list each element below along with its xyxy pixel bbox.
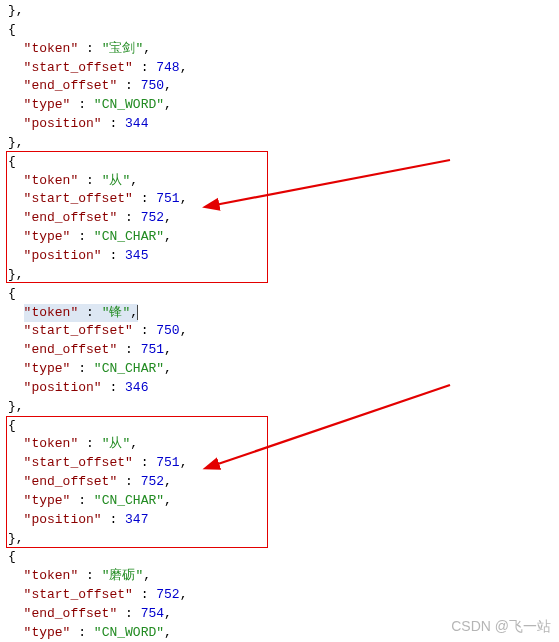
prop-type: "type" : "CN_CHAR", bbox=[8, 228, 559, 247]
prop-start: "start_offset" : 751, bbox=[8, 454, 559, 473]
prop-type: "type" : "CN_CHAR", bbox=[8, 360, 559, 379]
object-open: { bbox=[8, 417, 559, 436]
prop-start: "start_offset" : 748, bbox=[8, 59, 559, 78]
object-close: }, bbox=[8, 398, 559, 417]
object-open: { bbox=[8, 285, 559, 304]
prop-end: "end_offset" : 752, bbox=[8, 473, 559, 492]
prop-end: "end_offset" : 750, bbox=[8, 77, 559, 96]
object-close: }, bbox=[8, 134, 559, 153]
prop-start: "start_offset" : 750, bbox=[8, 322, 559, 341]
prop-pos: "position" : 347 bbox=[8, 511, 559, 530]
prop-pos: "position" : 344 bbox=[8, 115, 559, 134]
code-view: }, { "token" : "宝剑", "start_offset" : 74… bbox=[0, 0, 559, 642]
object-close: }, bbox=[8, 530, 559, 549]
line: }, bbox=[8, 2, 559, 21]
prop-token: "token" : "磨砺", bbox=[8, 567, 559, 586]
prop-end: "end_offset" : 752, bbox=[8, 209, 559, 228]
object-open: { bbox=[8, 153, 559, 172]
object-open: { bbox=[8, 548, 559, 567]
prop-start: "start_offset" : 751, bbox=[8, 190, 559, 209]
prop-start: "start_offset" : 752, bbox=[8, 586, 559, 605]
prop-pos: "position" : 346 bbox=[8, 379, 559, 398]
prop-end: "end_offset" : 751, bbox=[8, 341, 559, 360]
prop-token-highlight: "token" : "锋", bbox=[8, 304, 559, 323]
prop-type: "type" : "CN_CHAR", bbox=[8, 492, 559, 511]
prop-token: "token" : "从", bbox=[8, 435, 559, 454]
prop-token: "token" : "从", bbox=[8, 172, 559, 191]
prop-type: "type" : "CN_WORD", bbox=[8, 96, 559, 115]
object-open: { bbox=[8, 21, 559, 40]
object-close: }, bbox=[8, 266, 559, 285]
prop-pos: "position" : 345 bbox=[8, 247, 559, 266]
watermark: CSDN @飞一站 bbox=[451, 616, 551, 636]
prop-token: "token" : "宝剑", bbox=[8, 40, 559, 59]
